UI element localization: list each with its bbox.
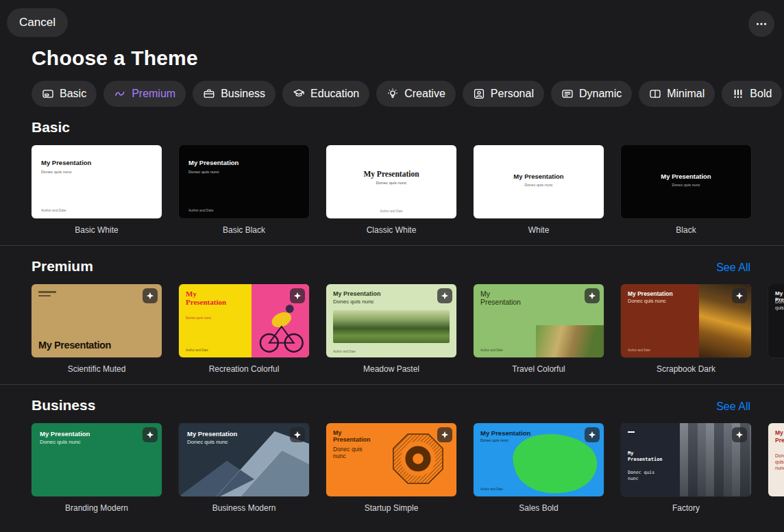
thumb-subtitle: Donec quis nunc: [333, 299, 374, 305]
theme-card-travel-colorful[interactable]: My Presentation Author and Date Travel C…: [474, 284, 604, 374]
thumb-subtitle: Donec quis nunc: [188, 170, 238, 174]
premium-star-badge: [585, 427, 600, 442]
category-label: Business: [221, 88, 265, 100]
premium-star-badge: [732, 288, 747, 303]
theme-name: Scrapbook Dark: [621, 364, 751, 374]
theme-thumbnail: My Presentation Donec quis nunc Author a…: [179, 145, 309, 218]
category-label: Personal: [491, 88, 534, 100]
theme-card-startup-simple[interactable]: My Presentation Donec quis nunc Startup …: [326, 423, 456, 513]
section-header-basic: Basic: [32, 119, 750, 136]
theme-row-business[interactable]: My Presentation Donec quis nunc Branding…: [0, 423, 784, 513]
theme-name: Meadow Pastel: [326, 364, 456, 374]
theme-thumbnail: My Presentation Author and Date: [474, 284, 604, 357]
category-label: Dynamic: [579, 88, 622, 100]
category-label: Education: [310, 88, 359, 100]
theme-card-classic-white[interactable]: My Presentation Donec quis nunc Author a…: [326, 145, 456, 235]
minimal-icon: [649, 88, 661, 100]
theme-name: Black: [621, 225, 751, 235]
thumb-author: Author and Date: [480, 349, 503, 352]
theme-thumbnail: My Presentation Donec quis nunc Author a…: [326, 145, 456, 218]
theme-card-business-partial[interactable]: My Presentation Donec quis nunc: [768, 423, 784, 513]
dynamic-icon: [561, 88, 574, 100]
category-chip-basic[interactable]: Basic: [32, 81, 97, 107]
theme-row-premium[interactable]: My Presentation Scientific Muted My Pres…: [0, 284, 784, 374]
theme-thumbnail: My Presentation Donec quis nunc: [621, 423, 751, 496]
theme-name: Basic White: [32, 225, 162, 235]
thumb-author: Author and Date: [186, 349, 208, 352]
theme-thumbnail: My Presentation Donec quis nunc: [474, 145, 604, 218]
cancel-button[interactable]: Cancel: [7, 8, 68, 37]
theme-name: Business Modern: [179, 503, 309, 513]
thumb-title: My Presentation: [628, 451, 661, 464]
theme-card-business-modern[interactable]: My Presentation Donec quis nunc Business…: [179, 423, 309, 513]
theme-card-branding-modern[interactable]: My Presentation Donec quis nunc Branding…: [32, 423, 162, 513]
category-chip-education[interactable]: Education: [282, 81, 369, 107]
section-title: Basic: [32, 119, 70, 136]
category-chip-bold[interactable]: Bold: [722, 81, 782, 107]
theme-thumbnail: My Presentation: [32, 284, 162, 357]
category-chip-personal[interactable]: Personal: [463, 81, 544, 107]
theme-card-basic-black[interactable]: My Presentation Donec quis nunc Author a…: [179, 145, 309, 235]
theme-row-basic[interactable]: My Presentation Donec quis nunc Author a…: [0, 145, 784, 235]
thumb-subtitle: Donec quis nunc: [628, 470, 661, 482]
theme-thumbnail: My Presentation Donec quis nunc Author a…: [326, 284, 456, 357]
thumb-title: My Presentation: [480, 290, 527, 306]
thumb-text-lines: [38, 291, 56, 299]
theme-card-premium-partial[interactable]: My Presentation Donec quis nunc: [768, 284, 784, 374]
theme-card-recreation-colorful[interactable]: My Presentation Donec quis nunc Author a…: [179, 284, 309, 374]
thumb-title: My Presentation: [41, 159, 91, 166]
theme-name: [768, 503, 784, 513]
theme-name: Scientific Muted: [32, 364, 162, 374]
thumb-subtitle: Donec quis nunc: [474, 183, 604, 187]
premium-star-badge: [732, 427, 747, 442]
theme-name: Travel Colorful: [474, 364, 604, 374]
thumb-title: My Presentation: [333, 290, 381, 297]
category-label: Bold: [750, 88, 772, 100]
category-label: Premium: [132, 88, 175, 100]
theme-thumbnail: My Presentation Donec quis nunc: [768, 423, 784, 496]
section-divider: [0, 245, 784, 246]
category-label: Creative: [404, 88, 445, 100]
more-button[interactable]: [748, 11, 774, 37]
theme-card-meadow-pastel[interactable]: My Presentation Donec quis nunc Author a…: [326, 284, 456, 374]
thumb-accent-dash: [628, 431, 635, 433]
premium-star-badge: [437, 427, 452, 442]
category-label: Basic: [60, 88, 86, 100]
see-all-business-link[interactable]: See All: [716, 401, 750, 413]
theme-card-scrapbook-dark[interactable]: My Presentation Donec quis nunc Author a…: [621, 284, 751, 374]
category-chip-minimal[interactable]: Minimal: [639, 81, 715, 107]
thumb-subtitle: Donec quis nunc: [628, 298, 666, 304]
thumb-author: Author and Date: [188, 208, 213, 212]
category-label: Minimal: [667, 88, 705, 100]
thumb-title: My Presentation: [628, 290, 673, 297]
thumb-subtitle: Donec quis nunc: [187, 439, 228, 445]
category-chip-premium[interactable]: Premium: [103, 81, 186, 107]
theme-name: Sales Bold: [474, 503, 604, 513]
theme-card-white[interactable]: My Presentation Donec quis nunc White: [474, 145, 604, 235]
thumb-author: Author and Date: [480, 487, 503, 491]
theme-thumbnail: My Presentation Donec quis nunc: [768, 284, 784, 357]
theme-thumbnail: My Presentation Donec quis nunc Author a…: [621, 284, 751, 357]
thumb-title: My Presentation: [38, 340, 111, 351]
thumb-subtitle: Donec quis nunc: [41, 170, 91, 174]
thumb-title: My Presentation: [186, 290, 232, 307]
thumb-subtitle: Donec quis nunc: [333, 446, 366, 459]
theme-card-sales-bold[interactable]: My Presentation Donec quis nunc Author a…: [474, 423, 604, 513]
thumb-author: Author and Date: [326, 210, 456, 213]
category-chip-creative[interactable]: Creative: [376, 81, 456, 107]
theme-name: Classic White: [326, 225, 456, 235]
theme-card-scientific-muted[interactable]: My Presentation Scientific Muted: [32, 284, 162, 374]
category-chip-dynamic[interactable]: Dynamic: [551, 81, 632, 107]
theme-name: Basic Black: [179, 225, 309, 235]
theme-card-basic-white[interactable]: My Presentation Donec quis nunc Author a…: [32, 145, 162, 235]
thumb-author: Author and Date: [628, 349, 650, 352]
thumb-subtitle: Donec quis nunc: [775, 453, 784, 471]
personal-icon: [473, 88, 485, 100]
see-all-premium-link[interactable]: See All: [716, 262, 750, 274]
theme-card-black[interactable]: My Presentation Donec quis nunc Black: [621, 145, 751, 235]
category-chip-business[interactable]: Business: [193, 81, 275, 107]
section-title: Business: [32, 397, 95, 414]
theme-name: Recreation Colorful: [179, 364, 309, 374]
thumb-subtitle: Donec quis nunc: [480, 438, 509, 442]
theme-card-factory[interactable]: My Presentation Donec quis nunc Factory: [621, 423, 751, 513]
